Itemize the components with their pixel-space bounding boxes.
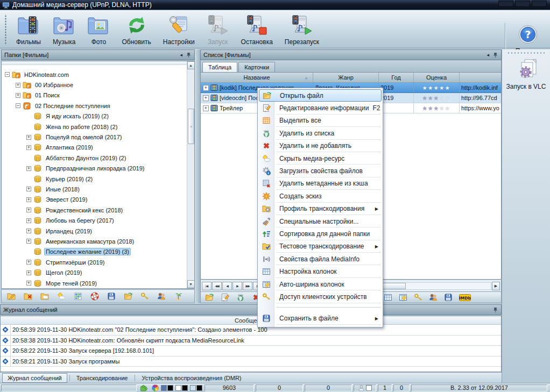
tree-expander-icon[interactable] [26,239,31,244]
row-expander-icon[interactable]: + [203,95,209,101]
folders-tool-users[interactable] [157,292,166,301]
context-menu-item[interactable]: Авто-ширина колонок [258,278,383,290]
vlc-launch-button[interactable]: Запуск в VLC [502,55,550,90]
context-menu-item[interactable]: Сохранить в файле▶ [258,312,383,325]
tree-expander-icon[interactable] [26,135,31,140]
tree-expander-icon[interactable] [16,103,20,108]
list-tool-recycle[interactable] [236,293,245,302]
maximize-button[interactable] [515,1,530,7]
table-column-header[interactable]: Жанр [313,73,379,82]
panel-splitter[interactable] [195,49,200,303]
nav-prev-icon[interactable]: ◀ [222,282,232,290]
context-menu-item[interactable]: Редактирование информацииF2 [258,102,383,114]
log-row[interactable]: 20:58:22 2019-11-30 Запуск сервера [192.… [1,346,501,357]
folders-tool-grid-mosaic[interactable] [74,292,82,301]
bottom-tab[interactable]: Журнал сообщений [2,373,67,383]
tree-item[interactable]: Поцелуй под омелой (2017) [2,132,187,142]
folders-tool-folder-cloud[interactable] [40,292,49,301]
status-swatch-pair[interactable] [190,385,202,391]
tree-expander-icon[interactable] [16,83,20,88]
scroll-up-icon[interactable]: ▲ [187,61,195,69]
nav-next-fast-icon[interactable]: ▶▶ [243,282,252,290]
folders-tool-palm[interactable] [174,292,182,301]
nav-next-icon[interactable]: ▶ [232,282,242,290]
list-tool-users[interactable] [429,293,438,302]
list-tool-imdb[interactable]: IMDb [459,294,471,301]
tree-item[interactable]: Аббатство Даунтон (2019) (2) [2,153,187,163]
folders-tool-folder-delete[interactable] [24,292,32,301]
tree-item[interactable]: Иные (2018) [2,184,187,194]
tree-item[interactable]: 00 Избранное [2,80,187,90]
context-menu-item[interactable]: Сортировка для данной папки [258,227,383,240]
tree-item[interactable]: Эверест (2019) [2,195,187,205]
tree-item[interactable]: HDKinoteatr.com [2,69,187,80]
tab-inactive[interactable]: Карточки [238,62,275,72]
context-menu-item[interactable]: Свойства файла MediaInfo [258,253,383,265]
tree-expander-icon[interactable] [26,229,31,233]
folders-tool-folder-edit[interactable] [7,292,16,301]
table-column-header[interactable]: Оценка [414,73,460,82]
tree-item[interactable]: Курьер (2019) (2) [2,174,187,184]
log-row[interactable]: 20:58:21 2019-11-30 Запуск программы [1,357,501,367]
scroll-right-icon[interactable]: ▶ [492,282,500,290]
tree-expander-icon[interactable] [26,218,31,223]
toolbar-button-server-stop[interactable]: Остановка [235,12,279,46]
context-menu-item[interactable]: Тестовое транскодирование▶ [258,240,383,253]
context-menu-item[interactable]: Создать эскиз [258,190,383,202]
table-column-header[interactable]: Название▵ [201,73,313,82]
tree-expander-icon[interactable] [26,166,31,171]
tree-item[interactable]: Ирландец (2019) [2,226,187,236]
toolbar-button-settings[interactable]: Настройки [157,12,201,46]
toolbar-button-server-restart[interactable]: Перезапуск [279,12,325,46]
context-menu-item[interactable]: Доступ клиентских устройств [258,290,383,303]
log-row[interactable]: 20:58:39 2019-11-30 HDKinoteatr.com "02 … [1,325,501,336]
tree-item[interactable]: Я иду искать (2019) (2) [2,111,187,122]
context-menu-item[interactable]: Настройка колонок [258,265,383,277]
tree-item[interactable]: Предпраздничная лихорадка (2019) [2,163,187,174]
list-tool-key[interactable] [414,293,422,302]
scroll-down-icon[interactable]: ▼ [187,280,195,288]
tree-item[interactable]: 01 Поиск [2,90,187,101]
nav-first-icon[interactable]: |◀ [202,282,211,290]
status-swatch-pair[interactable] [161,385,173,391]
tree-item[interactable]: Стриптизёрши (2019) [2,257,187,267]
tree-expander-icon[interactable] [5,72,10,77]
bottom-tab[interactable]: Устройства воспроизведения (DMR) [137,374,246,382]
tree-expander-icon[interactable] [26,187,31,191]
collapse-icon[interactable] [486,52,489,58]
context-menu-item[interactable]: iЗагрузить свойства файлов [258,165,383,177]
tree-item[interactable]: 02 Последние поступления [2,101,187,111]
minimize-button[interactable] [498,1,513,7]
folders-tool-lifering[interactable] [90,292,99,301]
list-tool-save[interactable] [444,293,453,302]
context-menu-item[interactable]: Удалить из списка [258,127,383,139]
pin-icon[interactable] [492,307,498,313]
toolbar-button-music-folder[interactable]: Музыка [47,12,81,46]
list-tool-folder-open[interactable] [205,293,214,302]
tree-expander-icon[interactable] [26,208,31,212]
sidebar-grip[interactable] [507,52,545,54]
context-menu-item[interactable]: Удалить метаданные из кэша [258,177,383,190]
tree-expander-icon[interactable] [16,93,20,98]
status-swatch-pair[interactable] [175,385,188,391]
context-menu-item[interactable]: Выделить все [258,115,383,127]
toolbar-button-films-folder[interactable]: Фильмы [10,12,47,46]
context-menu-item[interactable]: Скрыть медиа-ресурс [258,152,383,165]
toolbar-button-refresh[interactable]: Обновить [116,12,157,46]
context-menu-item[interactable]: Удалить и не добавлять [258,140,383,152]
row-expander-icon[interactable]: + [203,85,209,91]
folders-tool-weather[interactable] [57,292,66,301]
folders-tool-key[interactable] [140,292,149,301]
list-tool-edit[interactable] [221,293,229,302]
folders-tool-folder-open[interactable] [124,292,132,301]
table-column-header[interactable]: Год [379,73,414,82]
status-puzzle[interactable] [140,384,148,392]
status-color-wheel[interactable] [151,384,159,392]
toolbar-grip[interactable] [4,14,7,45]
tree-item[interactable]: Атлантика (2019) [2,142,187,153]
tree-item[interactable]: Рождественский кекс (2018) [2,205,187,215]
row-expander-icon[interactable]: + [203,105,209,111]
tree-expander-icon[interactable] [26,145,31,150]
tab-active[interactable]: Таблица [202,62,237,72]
folders-tool-save[interactable] [107,292,116,301]
